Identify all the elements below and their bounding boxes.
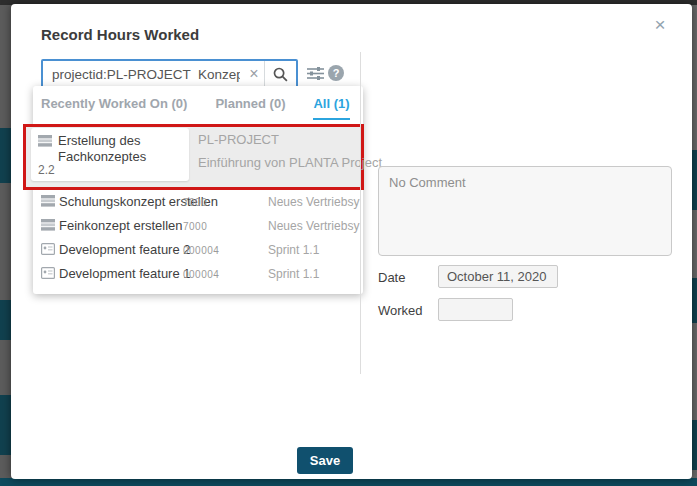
clear-search-icon[interactable]: × [244, 61, 264, 87]
dialog-title: Record Hours Worked [41, 26, 199, 43]
date-input[interactable] [438, 265, 558, 288]
task-id: 000004 [183, 245, 219, 256]
panel-divider [360, 52, 361, 374]
task-icon [41, 219, 55, 231]
task-project: Sprint 1.1 [268, 267, 360, 281]
tab-planned[interactable]: Planned (0) [215, 96, 285, 120]
search-results-panel: Recently Worked On (0) Planned (0) All (… [33, 86, 363, 294]
task-project: Neues Vertriebsy… [268, 219, 360, 233]
task-name: Development feature 1 [59, 266, 191, 281]
record-hours-dialog: Record Hours Worked × × ? Recently Worke… [11, 4, 692, 479]
help-icon[interactable]: ? [328, 65, 344, 81]
task-id: 000004 [183, 269, 219, 280]
selected-task-card[interactable]: Erstellung des Fachkonzeptes 2.2 [31, 128, 189, 181]
result-rows: Schulungskonzept erstellen 7000 Neues Ve… [33, 190, 363, 286]
task-id: 7000 [183, 197, 207, 208]
selected-task-wbs: 2.2 [38, 163, 55, 177]
task-name: Development feature 2 [59, 242, 191, 257]
backdrop-teal-patch [692, 420, 697, 470]
task-name: Feinkonzept erstellen [59, 218, 183, 233]
close-icon[interactable]: × [649, 14, 671, 36]
date-label: Date [378, 270, 405, 285]
selected-project-id: PL-PROJECT [198, 132, 279, 147]
backdrop-teal-patch [692, 150, 697, 210]
filter-sliders-icon[interactable] [307, 65, 324, 82]
tab-all[interactable]: All (1) [313, 96, 349, 120]
save-button[interactable]: Save [297, 447, 353, 474]
card-icon [41, 243, 55, 255]
backdrop-right [692, 0, 697, 486]
tab-recently-worked-on[interactable]: Recently Worked On (0) [41, 96, 187, 120]
search-input[interactable] [43, 67, 244, 82]
task-search-box: × [41, 59, 298, 89]
backdrop-teal-patch [0, 395, 11, 455]
task-project: Neues Vertriebsy… [268, 195, 360, 209]
results-tabs: Recently Worked On (0) Planned (0) All (… [41, 96, 350, 120]
backdrop-teal-patch [0, 300, 11, 340]
task-project: Sprint 1.1 [268, 243, 360, 257]
selected-project-name: Einführung von PLANTA Project [198, 155, 382, 170]
selected-result-annotation[interactable]: Erstellung des Fachkonzeptes 2.2 PL-PROJ… [23, 124, 364, 190]
magnifier-icon [272, 66, 289, 83]
task-icon [41, 195, 55, 207]
backdrop-teal-patch [0, 128, 11, 183]
result-row[interactable]: Development feature 2 000004 Sprint 1.1 [33, 238, 363, 262]
card-icon [41, 267, 55, 279]
result-row[interactable]: Feinkonzept erstellen 7000 Neues Vertrie… [33, 214, 363, 238]
selected-task-title: Erstellung des Fachkonzeptes [58, 133, 182, 165]
task-icon [38, 135, 52, 147]
result-row[interactable]: Schulungskonzept erstellen 7000 Neues Ve… [33, 190, 363, 214]
worked-label: Worked [378, 303, 423, 318]
comment-textarea[interactable] [378, 166, 672, 256]
backdrop-left [0, 0, 11, 486]
search-button[interactable] [264, 61, 296, 87]
task-id: 7000 [183, 221, 207, 232]
result-row[interactable]: Development feature 1 000004 Sprint 1.1 [33, 262, 363, 286]
worked-input[interactable] [438, 298, 513, 321]
backdrop-teal-patch [692, 278, 697, 323]
backdrop-bottom [0, 478, 697, 486]
